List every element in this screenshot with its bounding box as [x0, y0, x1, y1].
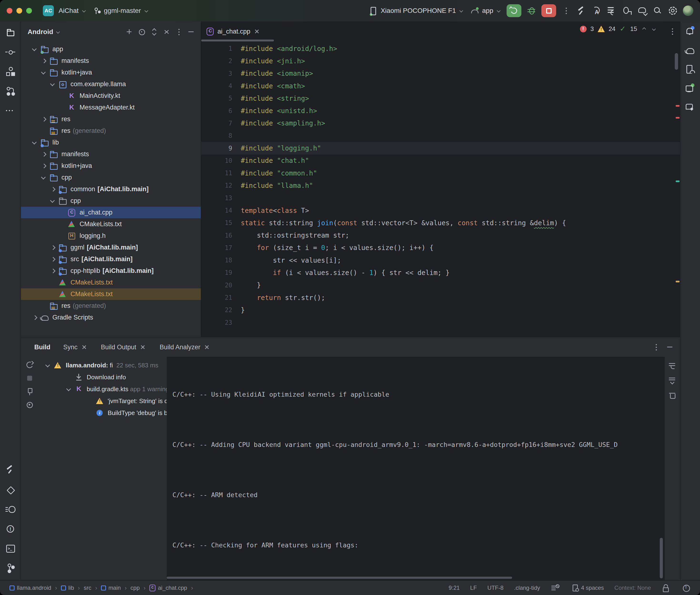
tree-chevron-icon[interactable]: [38, 55, 49, 67]
tree-chevron-icon[interactable]: [29, 312, 40, 323]
tree-chevron-icon[interactable]: [84, 395, 95, 407]
inspections-widget[interactable]: 3 24 15: [580, 25, 657, 33]
debug-button[interactable]: [526, 5, 537, 16]
breadcrumb[interactable]: cpp: [131, 584, 149, 592]
code-line[interactable]: 6 #include <unistd.h>: [201, 105, 680, 117]
project-switcher[interactable]: AiChat: [59, 7, 87, 15]
error-stripe-mark[interactable]: [676, 281, 679, 282]
quality-gem-icon[interactable]: [4, 483, 17, 497]
project-tree-row[interactable]: Gradle Scripts: [21, 312, 201, 323]
error-stripe-mark[interactable]: [676, 117, 679, 119]
status-bar-widget[interactable]: [682, 584, 692, 592]
tree-chevron-icon[interactable]: [47, 242, 58, 253]
code-line[interactable]: 5 #include <string>: [201, 92, 680, 105]
project-tree-row[interactable]: ai_chat.cpp: [21, 207, 201, 218]
project-tree-row[interactable]: CMakeLists.txt: [21, 277, 201, 288]
close-tab-icon[interactable]: [140, 344, 146, 350]
status-bar-widget[interactable]: 9:21: [448, 585, 460, 591]
tree-chevron-icon[interactable]: [47, 183, 58, 195]
tree-chevron-icon[interactable]: [38, 172, 49, 183]
build-hammer-icon[interactable]: [4, 463, 17, 477]
rerun-icon[interactable]: [25, 360, 35, 370]
stop-square-icon[interactable]: [25, 373, 35, 384]
editor-horizontal-scrollbar[interactable]: [201, 39, 274, 41]
status-bar-widget[interactable]: .clang-tidy: [514, 585, 540, 591]
project-folder-icon[interactable]: [4, 26, 17, 39]
user-avatar[interactable]: [683, 5, 693, 16]
build-options-button[interactable]: [651, 342, 662, 352]
search-icon[interactable]: [652, 5, 663, 16]
build-panel-tab[interactable]: Build Analyzer: [160, 344, 210, 351]
build-tree-row[interactable]: build.gradle.kts app 1 warning: [38, 383, 167, 395]
code-line[interactable]: 19 if (i < values.size() - 1) { str << d…: [201, 266, 680, 279]
tree-chevron-icon[interactable]: [47, 277, 58, 288]
project-tree-row[interactable]: common [AiChat.lib.main]: [21, 183, 201, 195]
code-line[interactable]: 10 #include "chat.h": [201, 154, 680, 167]
vcs-icon[interactable]: [4, 84, 17, 97]
build-output-console[interactable]: C/C++: -- Using KleidiAI optimized kerne…: [167, 357, 664, 580]
project-tree-row[interactable]: kotlin+java: [21, 67, 201, 78]
gradle-elephant-icon[interactable]: [683, 44, 697, 58]
editor-tab[interactable]: ai_chat.cpp: [205, 27, 260, 36]
run-configuration-selector[interactable]: app: [469, 5, 502, 16]
code-line[interactable]: 4 #include <cmath>: [201, 80, 680, 92]
zoom-window-button[interactable]: [26, 8, 32, 13]
structure-icon[interactable]: [4, 65, 17, 78]
tree-chevron-icon[interactable]: [38, 160, 49, 172]
breadcrumb[interactable]: src: [84, 584, 101, 592]
code-editor[interactable]: 1 #include <android/log.h> 2 #include <j…: [201, 42, 680, 337]
build-tree-row[interactable]: BuildType 'debug' is both de: [38, 407, 167, 419]
code-line[interactable]: 20 }: [201, 279, 680, 291]
tree-chevron-icon[interactable]: [47, 253, 58, 265]
project-tree-row[interactable]: MessageAdapter.kt: [21, 102, 201, 113]
breadcrumb[interactable]: ai_chat.cpp: [149, 584, 197, 592]
tree-chevron-icon[interactable]: [56, 207, 67, 218]
tree-chevron-icon[interactable]: [38, 300, 49, 312]
breadcrumb[interactable]: main: [101, 584, 131, 592]
vcs-branch-widget[interactable]: ggml-master: [92, 6, 149, 16]
tree-chevron-icon[interactable]: [29, 43, 40, 55]
close-tab-icon[interactable]: [204, 344, 210, 350]
project-tree-row[interactable]: res (generated): [21, 125, 201, 137]
locate-icon[interactable]: [137, 27, 147, 37]
code-line[interactable]: 16 std::ostringstream str;: [201, 229, 680, 242]
device-manager-icon[interactable]: [683, 63, 697, 77]
tree-chevron-icon[interactable]: [56, 230, 67, 242]
close-window-button[interactable]: [7, 8, 12, 13]
tree-chevron-icon[interactable]: [56, 90, 67, 102]
gradle-sync-icon[interactable]: [637, 5, 648, 16]
status-bar-widget[interactable]: Context: None: [615, 585, 651, 591]
next-issue-icon[interactable]: [651, 26, 657, 32]
code-line[interactable]: 7 #include <sampling.h>: [201, 117, 680, 130]
project-tree-row[interactable]: src [AiChat.lib.main]: [21, 253, 201, 265]
rerun-app-button[interactable]: [507, 4, 521, 17]
status-bar-widget[interactable]: LF: [470, 585, 477, 591]
status-bar-widget[interactable]: [551, 584, 561, 592]
tree-chevron-icon[interactable]: [38, 125, 49, 137]
project-tree-row[interactable]: cpp: [21, 172, 201, 183]
tree-chevron-icon[interactable]: [56, 102, 67, 113]
minimize-window-button[interactable]: [17, 8, 22, 13]
add-icon[interactable]: [124, 27, 135, 37]
code-line[interactable]: 23: [201, 316, 680, 329]
expand-all-icon[interactable]: [149, 27, 159, 37]
project-tree-row[interactable]: manifests: [21, 55, 201, 67]
breadcrumb[interactable]: llama.android: [9, 584, 61, 592]
code-line[interactable]: 1 #include <android/log.h>: [201, 42, 680, 55]
build-log-vertical-scrollbar[interactable]: [660, 538, 663, 578]
collapse-all-icon[interactable]: [161, 27, 172, 37]
clear-all-icon[interactable]: [667, 390, 678, 401]
status-bar-widget[interactable]: UTF-8: [487, 585, 504, 591]
project-tree-row[interactable]: manifests: [21, 148, 201, 160]
build-log-horizontal-scrollbar[interactable]: [167, 577, 512, 579]
project-tree-row[interactable]: app: [21, 43, 201, 55]
build-run-icon[interactable]: [576, 5, 587, 16]
tree-chevron-icon[interactable]: [38, 67, 49, 78]
project-tree-row[interactable]: CMakeLists.txt: [21, 218, 201, 230]
code-line[interactable]: 3 #include <iomanip>: [201, 67, 680, 80]
tree-chevron-icon[interactable]: [43, 360, 53, 371]
build-panel-tab[interactable]: Sync: [63, 344, 87, 351]
tree-chevron-icon[interactable]: [47, 78, 58, 90]
project-tree-row[interactable]: cpp: [21, 195, 201, 207]
code-line[interactable]: 22 }: [201, 304, 680, 316]
